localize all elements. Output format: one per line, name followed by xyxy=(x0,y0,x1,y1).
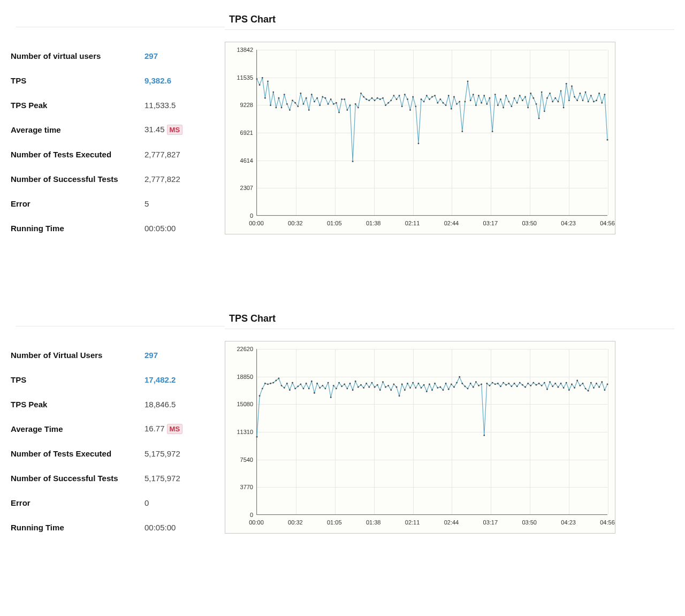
svg-point-184 xyxy=(407,383,408,384)
svg-point-52 xyxy=(399,95,400,96)
chart-panel: TPS Chart 02307461469219228115351384200:… xyxy=(225,5,674,234)
svg-point-176 xyxy=(385,386,386,388)
svg-point-59 xyxy=(418,143,420,145)
svg-point-130 xyxy=(259,395,261,397)
tps-chart: 02307461469219228115351384200:0000:3201:… xyxy=(225,42,615,234)
svg-point-250 xyxy=(588,390,589,392)
x-tick-label: 03:50 xyxy=(522,220,537,226)
svg-point-36 xyxy=(355,103,356,105)
y-tick-label: 7540 xyxy=(225,457,253,463)
svg-point-125 xyxy=(598,93,600,94)
stat-value: 00:05:00 xyxy=(144,224,176,233)
svg-point-213 xyxy=(486,383,488,384)
svg-point-185 xyxy=(409,387,411,389)
svg-point-238 xyxy=(554,383,556,384)
svg-point-171 xyxy=(371,382,373,384)
svg-point-191 xyxy=(426,391,428,392)
x-tick-label: 02:44 xyxy=(444,220,459,226)
svg-point-206 xyxy=(467,388,469,390)
svg-point-233 xyxy=(541,385,543,386)
svg-point-3 xyxy=(264,97,266,99)
svg-point-63 xyxy=(429,98,430,100)
svg-point-117 xyxy=(576,100,578,101)
svg-point-224 xyxy=(516,386,518,387)
x-tick-label: 01:38 xyxy=(366,519,381,526)
svg-point-50 xyxy=(393,95,395,96)
svg-point-254 xyxy=(598,386,600,388)
svg-point-58 xyxy=(415,105,416,107)
svg-point-89 xyxy=(500,98,501,100)
stat-value: 5,175,972 xyxy=(144,474,180,483)
svg-point-142 xyxy=(292,382,293,384)
svg-point-186 xyxy=(412,382,414,384)
stat-value: 297 xyxy=(144,351,158,360)
chart-line xyxy=(257,349,607,514)
chart-title: TPS Chart xyxy=(229,14,674,25)
svg-point-232 xyxy=(538,383,540,384)
x-tick-label: 04:56 xyxy=(600,220,615,226)
svg-point-154 xyxy=(325,388,326,390)
svg-point-128 xyxy=(607,139,608,141)
svg-point-172 xyxy=(374,386,376,388)
svg-point-158 xyxy=(336,388,337,390)
svg-point-24 xyxy=(322,96,323,98)
svg-point-257 xyxy=(607,383,608,385)
svg-point-21 xyxy=(314,101,315,102)
svg-point-48 xyxy=(387,102,389,104)
svg-point-23 xyxy=(319,104,321,106)
svg-point-62 xyxy=(426,95,428,96)
x-tick-label: 03:17 xyxy=(483,220,498,226)
svg-point-144 xyxy=(297,386,299,387)
svg-point-123 xyxy=(593,101,595,102)
svg-point-26 xyxy=(328,103,329,105)
stat-row: Error5 xyxy=(11,191,225,216)
stat-label: Error xyxy=(11,498,144,507)
svg-point-112 xyxy=(563,107,565,109)
svg-point-135 xyxy=(272,382,274,384)
svg-point-177 xyxy=(387,385,389,386)
y-tick-label: 11535 xyxy=(225,74,253,81)
svg-point-75 xyxy=(461,131,463,132)
stat-label: Number of Successful Tests xyxy=(11,474,144,483)
stat-row: Average Time16.77MS xyxy=(11,416,225,441)
svg-point-219 xyxy=(503,382,504,384)
stat-value: 0 xyxy=(144,498,149,507)
svg-point-66 xyxy=(437,102,438,104)
svg-point-230 xyxy=(532,382,534,384)
svg-point-87 xyxy=(494,94,496,95)
stat-row: Number of Virtual Users297 xyxy=(11,343,225,367)
svg-point-256 xyxy=(604,389,606,391)
svg-point-137 xyxy=(278,378,280,379)
stat-row: Number of Successful Tests2,777,822 xyxy=(11,166,225,191)
svg-point-102 xyxy=(536,103,537,105)
svg-point-47 xyxy=(385,104,386,106)
svg-point-173 xyxy=(377,384,378,386)
x-tick-label: 00:32 xyxy=(288,220,303,226)
chart-panel: TPS Chart 037707540113101508018850226200… xyxy=(225,305,674,534)
svg-point-229 xyxy=(530,385,531,386)
stat-label: TPS xyxy=(11,76,144,85)
svg-point-143 xyxy=(294,388,296,390)
svg-point-118 xyxy=(579,93,581,94)
svg-point-15 xyxy=(297,105,299,107)
svg-point-200 xyxy=(451,383,452,385)
x-tick-label: 04:23 xyxy=(561,220,576,226)
svg-point-182 xyxy=(401,383,403,385)
y-tick-label: 3770 xyxy=(225,484,253,490)
svg-point-5 xyxy=(270,104,271,106)
svg-point-132 xyxy=(264,383,266,384)
svg-point-18 xyxy=(306,97,307,99)
y-tick-label: 13842 xyxy=(225,47,253,53)
svg-point-141 xyxy=(289,389,291,391)
chart-title-underline xyxy=(225,29,674,30)
svg-point-183 xyxy=(404,389,406,391)
svg-point-82 xyxy=(481,102,482,104)
y-tick-label: 9228 xyxy=(225,102,253,108)
y-tick-label: 4614 xyxy=(225,157,253,164)
svg-point-53 xyxy=(401,105,403,107)
stat-row: Number of Tests Executed2,777,827 xyxy=(11,142,225,166)
svg-point-30 xyxy=(338,112,340,113)
svg-point-178 xyxy=(390,389,392,391)
svg-point-86 xyxy=(492,131,493,132)
gridline-h xyxy=(257,515,607,515)
